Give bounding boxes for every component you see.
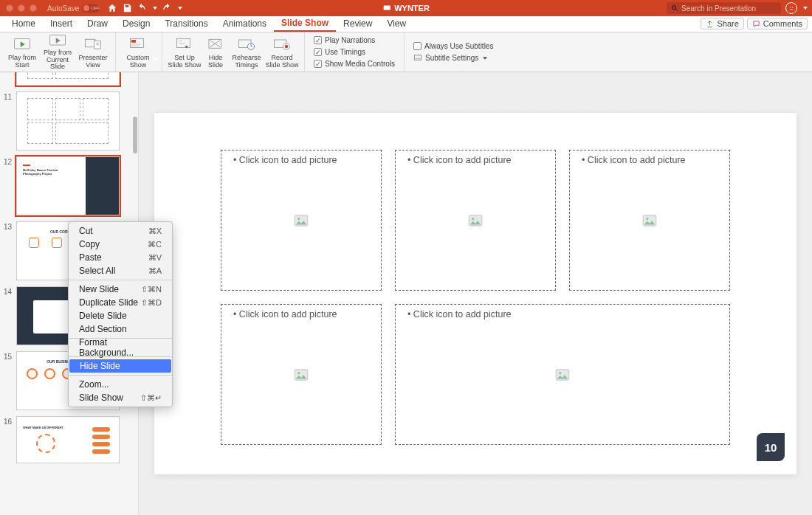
ctx-copy[interactable]: Copy⌘C [69, 238, 172, 251]
placeholder-label: Click icon to add picture [407, 309, 512, 319]
search-box[interactable] [667, 2, 781, 14]
comments-icon [752, 20, 760, 28]
slide-number-badge: 10 [757, 433, 785, 461]
thumbnail-slide-12[interactable]: McKinley Nature FestivalPhotography Proj… [16, 156, 120, 215]
presentation-icon [382, 4, 391, 13]
ctx-slide-show[interactable]: Slide Show⇧⌘↵ [69, 391, 172, 404]
search-input[interactable] [681, 4, 777, 13]
picture-icon[interactable] [294, 215, 309, 227]
svg-point-1 [672, 6, 676, 10]
play-from-start-button[interactable]: Play fromStart [4, 34, 40, 71]
svg-rect-6 [86, 39, 96, 47]
ctx-format-background[interactable]: Format Background... [69, 341, 172, 354]
ctx-zoom[interactable]: Zoom... [69, 378, 172, 391]
rehearse-timings-button[interactable]: RehearseTimings [229, 34, 264, 71]
custom-show-dropdown-icon[interactable] [153, 58, 157, 61]
ribbon-tabs: Home Insert Draw Design Transitions Anim… [0, 16, 812, 32]
home-icon[interactable] [107, 3, 117, 13]
comments-button[interactable]: Comments [747, 18, 808, 30]
ctx-cut[interactable]: Cut⌘X [69, 224, 172, 238]
thumbnail-slide-10[interactable] [16, 72, 120, 86]
picture-icon[interactable] [294, 369, 309, 381]
svg-point-21 [472, 218, 474, 220]
tab-home[interactable]: Home [4, 15, 43, 32]
ctx-select-all[interactable]: Select All⌘A [69, 264, 172, 277]
context-menu: Cut⌘X Copy⌘C Paste⌘V Select All⌘A New Sl… [68, 221, 173, 407]
window-controls [6, 4, 37, 12]
undo-dropdown-icon[interactable] [153, 7, 157, 10]
picture-placeholder-1[interactable]: Click icon to add picture [221, 150, 382, 291]
thumbnail-slide-11[interactable] [16, 91, 120, 151]
play-narrations-checkbox[interactable]: Play Narrations [314, 35, 395, 46]
redo-icon[interactable] [162, 3, 172, 13]
qat-more-icon[interactable] [178, 7, 182, 10]
ctx-duplicate-slide[interactable]: Duplicate Slide⇧⌘D [69, 296, 172, 309]
svg-point-27 [559, 372, 561, 374]
share-button[interactable]: Share [701, 18, 743, 30]
svg-rect-17 [414, 55, 421, 60]
tab-insert[interactable]: Insert [43, 15, 80, 32]
ctx-paste[interactable]: Paste⌘V [69, 251, 172, 264]
presenter-view-button[interactable]: PresenterView [75, 34, 111, 71]
tab-view[interactable]: View [379, 15, 413, 32]
minimize-window[interactable] [18, 4, 25, 12]
save-icon[interactable] [122, 3, 132, 13]
show-media-controls-checkbox[interactable]: Show Media Controls [314, 58, 395, 69]
scrollbar-thumb[interactable] [133, 117, 137, 153]
autosave-toggle[interactable]: OFF [82, 4, 100, 13]
feedback-icon[interactable] [785, 2, 797, 14]
tab-animations[interactable]: Animations [216, 15, 274, 32]
autosave: AutoSave OFF [47, 4, 100, 13]
thumbnail-slide-16[interactable]: WHAT MAKE US DIFFERENT [16, 416, 120, 463]
use-timings-checkbox[interactable]: Use Timings [314, 46, 395, 58]
setup-slide-show-button[interactable]: Set UpSlide Show [167, 34, 202, 71]
placeholder-label: Click icon to add picture [407, 155, 512, 165]
picture-placeholder-3[interactable]: Click icon to add picture [569, 150, 730, 291]
ctx-delete-slide[interactable]: Delete Slide [69, 309, 172, 322]
picture-icon[interactable] [468, 215, 483, 227]
search-icon [671, 4, 678, 12]
tab-review[interactable]: Review [336, 15, 379, 32]
placeholder-label: Click icon to add picture [582, 155, 686, 165]
thumb-number: 16 [3, 416, 13, 426]
svg-point-16 [285, 44, 289, 48]
tab-transitions[interactable]: Transitions [157, 15, 215, 32]
thumb-number: 11 [3, 91, 13, 101]
undo-icon[interactable] [137, 3, 147, 13]
tab-design[interactable]: Design [115, 15, 157, 32]
share-icon [706, 20, 714, 28]
ctx-hide-slide[interactable]: Hide Slide [69, 359, 171, 373]
autosave-label: AutoSave [47, 4, 79, 13]
svg-point-2 [790, 7, 791, 7]
ctx-new-slide[interactable]: New Slide⇧⌘N [69, 283, 172, 296]
title-bar: AutoSave OFF WYNTER [0, 0, 812, 16]
thumb-number: 15 [3, 351, 13, 361]
picture-icon[interactable] [642, 215, 657, 227]
current-slide[interactable]: Click icon to add picture Click icon to … [154, 113, 796, 474]
subtitle-settings-button[interactable]: Subtitle Settings [413, 52, 493, 63]
record-slide-show-button[interactable]: RecordSlide Show [264, 34, 300, 71]
subtitle-icon [413, 54, 422, 62]
quick-access-toolbar [107, 3, 182, 13]
svg-point-19 [297, 218, 300, 220]
ctx-add-section[interactable]: Add Section [69, 322, 172, 336]
ribbon: Play fromStart Play fromCurrent Slide Pr… [0, 32, 812, 72]
thumb-number: 12 [3, 156, 13, 166]
always-use-subtitles-checkbox[interactable]: Always Use Subtitles [413, 41, 493, 52]
play-from-current-button[interactable]: Play fromCurrent Slide [40, 34, 75, 71]
picture-placeholder-2[interactable]: Click icon to add picture [395, 150, 556, 291]
placeholder-label: Click icon to add picture [233, 155, 337, 165]
zoom-window[interactable] [30, 4, 37, 12]
custom-show-button[interactable]: CustomShow [120, 34, 156, 71]
svg-rect-9 [131, 40, 136, 43]
picture-placeholder-5[interactable]: Click icon to add picture [395, 304, 730, 445]
picture-placeholder-4[interactable]: Click icon to add picture [221, 304, 382, 445]
picture-icon[interactable] [555, 369, 570, 381]
tab-draw[interactable]: Draw [80, 15, 115, 32]
hide-slide-button[interactable]: HideSlide [202, 34, 229, 71]
close-window[interactable] [6, 4, 13, 12]
account-dropdown-icon[interactable] [803, 7, 808, 10]
svg-point-25 [297, 372, 300, 374]
tab-slide-show[interactable]: Slide Show [274, 15, 336, 32]
svg-point-23 [646, 218, 648, 220]
